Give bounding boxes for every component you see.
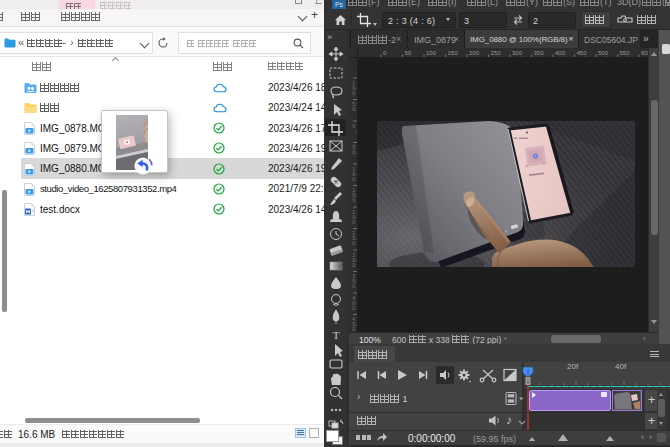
svg-text:150: 150 <box>448 50 459 56</box>
svg-text:T: T <box>333 329 340 341</box>
svg-text:0: 0 <box>352 240 355 246</box>
svg-text:500: 500 <box>598 50 609 56</box>
svg-text:0: 0 <box>352 283 355 289</box>
svg-text:100: 100 <box>426 50 437 56</box>
svg-text:0: 0 <box>352 106 355 112</box>
svg-text:400: 400 <box>555 50 566 56</box>
svg-text:600: 600 <box>641 50 648 56</box>
svg-text:450: 450 <box>577 50 588 56</box>
svg-text:40f: 40f <box>615 362 627 371</box>
svg-text:550: 550 <box>620 50 631 56</box>
svg-text:200: 200 <box>469 50 480 56</box>
svg-text:0: 0 <box>352 123 355 129</box>
svg-text:300: 300 <box>512 50 523 56</box>
svg-text:0: 0 <box>352 262 355 268</box>
svg-text:350: 350 <box>534 50 545 56</box>
svg-text:20f: 20f <box>567 362 579 371</box>
svg-text:0: 0 <box>352 305 355 311</box>
svg-text:0: 0 <box>352 219 355 225</box>
svg-text:0: 0 <box>352 197 355 203</box>
svg-text:250: 250 <box>491 50 502 56</box>
svg-text:0: 0 <box>352 90 355 96</box>
svg-text:0: 0 <box>352 149 355 155</box>
svg-text:0: 0 <box>352 176 355 182</box>
svg-text:50: 50 <box>405 50 412 56</box>
